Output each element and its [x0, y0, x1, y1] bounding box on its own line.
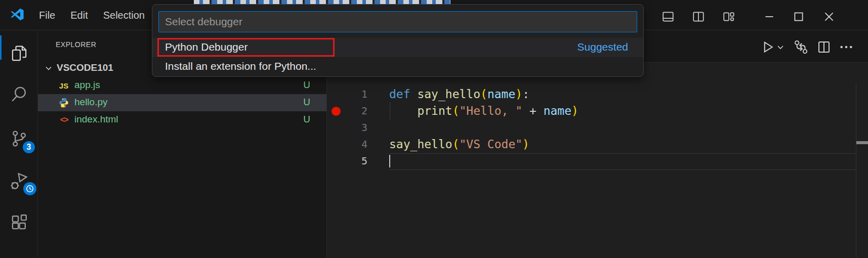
code-token: )	[515, 88, 522, 101]
line-number[interactable]: 5	[327, 153, 367, 169]
breakpoint-dot[interactable]	[332, 107, 341, 116]
code-token: :	[522, 88, 529, 101]
folder-name: VSCODE101	[57, 62, 113, 73]
chevron-down-icon	[45, 64, 53, 72]
code-token: )	[571, 104, 578, 117]
run-file-icon[interactable]	[759, 37, 777, 57]
file-name: app.js	[74, 79, 100, 91]
code-token: name	[487, 88, 515, 101]
code-token: "VS Code"	[459, 138, 522, 151]
code-line-4[interactable]: say_hello("VS Code")	[389, 136, 529, 153]
quickpick-item-label: Install an extension for Python...	[165, 60, 316, 72]
active-view-indicator	[0, 35, 2, 60]
more-actions-icon[interactable]	[837, 37, 855, 57]
line-number[interactable]: 4	[327, 136, 367, 153]
code-token: print	[417, 104, 452, 117]
html-icon-wrap: <>	[58, 114, 69, 125]
debugger-search-input[interactable]	[158, 11, 637, 32]
menu-selection[interactable]: Selection	[96, 0, 152, 30]
maximize-icon[interactable]	[790, 10, 807, 23]
close-icon[interactable]	[820, 10, 838, 23]
explorer-title: EXPLORER	[56, 40, 96, 49]
quick-pick-panel: Python DebuggerSuggestedInstall an exten…	[152, 4, 644, 77]
split-editor-layout-icon[interactable]	[690, 10, 707, 23]
file-name: index.html	[74, 114, 118, 125]
code-token: (	[452, 138, 460, 151]
code-line-2[interactable]: print("Hello, " + name)	[389, 103, 578, 119]
html-icon: <>	[60, 115, 68, 124]
annotation-red-box	[157, 38, 335, 57]
python-icon	[58, 97, 69, 108]
debug-clock-badge	[22, 181, 37, 196]
git-status-badge: U	[303, 79, 310, 91]
file-row-hello.py[interactable]: hello.pyU	[38, 94, 326, 111]
scm-badge: 3	[22, 140, 36, 154]
menu-file[interactable]: File	[31, 0, 63, 30]
git-status-badge: U	[303, 97, 310, 108]
code-token: say_hello	[389, 138, 452, 151]
file-row-index.html[interactable]: <>index.htmlU	[38, 111, 326, 128]
js-icon: JS	[59, 81, 68, 90]
search-icon[interactable]	[9, 83, 30, 105]
vscode-window: FileEditSelection	[0, 0, 868, 258]
activity-bar: 3	[0, 30, 38, 258]
scrollbar-track[interactable]	[856, 83, 856, 258]
code-token: def	[389, 88, 410, 101]
minimize-icon[interactable]	[761, 10, 778, 23]
overview-ruler-cursor-marker	[856, 141, 868, 144]
open-changes-icon[interactable]	[791, 37, 811, 57]
code-token: "Hello, "	[460, 104, 523, 117]
run-dropdown-chevron-icon[interactable]	[775, 37, 786, 57]
code-token: +	[522, 104, 544, 117]
code-token: (	[452, 104, 460, 117]
explorer-icon[interactable]	[9, 43, 30, 64]
suggested-badge: Suggested	[577, 41, 628, 53]
code-token: name	[544, 104, 571, 117]
customize-layout-icon[interactable]	[720, 10, 737, 23]
clipped-selected-text	[194, 0, 450, 4]
menu-bar: FileEditSelection	[31, 0, 152, 30]
git-status-badge: U	[303, 114, 310, 125]
quickpick-item[interactable]: Install an extension for Python...	[152, 57, 643, 76]
menu-edit[interactable]: Edit	[63, 0, 95, 30]
python-icon-wrap	[58, 97, 69, 108]
current-line-highlight	[389, 153, 856, 170]
split-editor-icon[interactable]	[815, 37, 833, 57]
code-line-1[interactable]: def say_hello(name):	[389, 86, 529, 103]
extensions-icon[interactable]	[9, 212, 30, 234]
file-name: hello.py	[74, 97, 108, 108]
code-token	[389, 104, 417, 117]
code-token	[410, 88, 418, 101]
code-token: )	[522, 138, 529, 151]
line-number[interactable]: 3	[327, 119, 367, 136]
code-token: (	[480, 88, 487, 101]
js-icon-wrap: JS	[58, 80, 69, 91]
line-number[interactable]: 1	[327, 86, 367, 103]
code-token: say_hello	[417, 88, 480, 101]
file-row-app.js[interactable]: JSapp.jsU	[38, 77, 326, 94]
vscode-logo-icon	[10, 8, 24, 22]
toggle-panel-icon[interactable]	[659, 10, 677, 23]
text-cursor	[389, 155, 390, 167]
